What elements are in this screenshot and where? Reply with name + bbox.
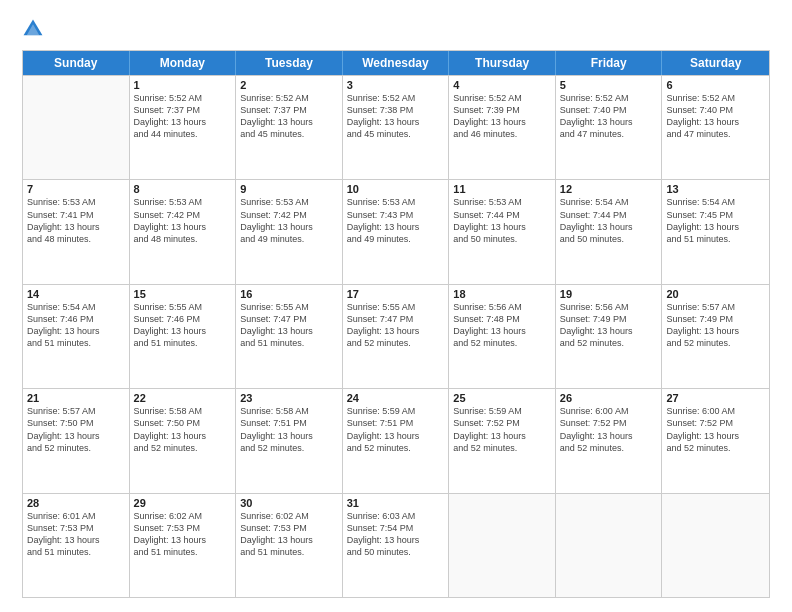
cell-info: Sunrise: 5:53 AM Sunset: 7:42 PM Dayligh… (134, 196, 232, 245)
cell-info: Sunrise: 5:58 AM Sunset: 7:51 PM Dayligh… (240, 405, 338, 454)
calendar-cell (662, 494, 769, 597)
calendar-cell: 9Sunrise: 5:53 AM Sunset: 7:42 PM Daylig… (236, 180, 343, 283)
weekday-header-tuesday: Tuesday (236, 51, 343, 75)
cell-info: Sunrise: 5:57 AM Sunset: 7:50 PM Dayligh… (27, 405, 125, 454)
cell-day-number: 30 (240, 497, 338, 509)
cell-day-number: 3 (347, 79, 445, 91)
calendar-cell: 8Sunrise: 5:53 AM Sunset: 7:42 PM Daylig… (130, 180, 237, 283)
calendar-cell: 13Sunrise: 5:54 AM Sunset: 7:45 PM Dayli… (662, 180, 769, 283)
cell-info: Sunrise: 5:54 AM Sunset: 7:45 PM Dayligh… (666, 196, 765, 245)
calendar-row-4: 21Sunrise: 5:57 AM Sunset: 7:50 PM Dayli… (23, 388, 769, 492)
cell-info: Sunrise: 6:00 AM Sunset: 7:52 PM Dayligh… (560, 405, 658, 454)
calendar-cell: 12Sunrise: 5:54 AM Sunset: 7:44 PM Dayli… (556, 180, 663, 283)
calendar-cell: 21Sunrise: 5:57 AM Sunset: 7:50 PM Dayli… (23, 389, 130, 492)
calendar-row-5: 28Sunrise: 6:01 AM Sunset: 7:53 PM Dayli… (23, 493, 769, 597)
cell-info: Sunrise: 5:55 AM Sunset: 7:46 PM Dayligh… (134, 301, 232, 350)
weekday-header-friday: Friday (556, 51, 663, 75)
cell-info: Sunrise: 5:56 AM Sunset: 7:48 PM Dayligh… (453, 301, 551, 350)
calendar-cell: 10Sunrise: 5:53 AM Sunset: 7:43 PM Dayli… (343, 180, 450, 283)
cell-info: Sunrise: 5:59 AM Sunset: 7:52 PM Dayligh… (453, 405, 551, 454)
cell-day-number: 8 (134, 183, 232, 195)
cell-day-number: 5 (560, 79, 658, 91)
calendar-cell: 11Sunrise: 5:53 AM Sunset: 7:44 PM Dayli… (449, 180, 556, 283)
cell-day-number: 10 (347, 183, 445, 195)
cell-info: Sunrise: 5:52 AM Sunset: 7:37 PM Dayligh… (134, 92, 232, 141)
page: SundayMondayTuesdayWednesdayThursdayFrid… (0, 0, 792, 612)
cell-info: Sunrise: 5:52 AM Sunset: 7:40 PM Dayligh… (666, 92, 765, 141)
cell-day-number: 12 (560, 183, 658, 195)
weekday-header-monday: Monday (130, 51, 237, 75)
cell-day-number: 24 (347, 392, 445, 404)
cell-info: Sunrise: 5:52 AM Sunset: 7:40 PM Dayligh… (560, 92, 658, 141)
cell-info: Sunrise: 6:03 AM Sunset: 7:54 PM Dayligh… (347, 510, 445, 559)
calendar-cell (449, 494, 556, 597)
calendar-cell (556, 494, 663, 597)
cell-info: Sunrise: 5:52 AM Sunset: 7:39 PM Dayligh… (453, 92, 551, 141)
cell-info: Sunrise: 6:02 AM Sunset: 7:53 PM Dayligh… (240, 510, 338, 559)
calendar-cell: 15Sunrise: 5:55 AM Sunset: 7:46 PM Dayli… (130, 285, 237, 388)
calendar-cell: 6Sunrise: 5:52 AM Sunset: 7:40 PM Daylig… (662, 76, 769, 179)
calendar-cell: 7Sunrise: 5:53 AM Sunset: 7:41 PM Daylig… (23, 180, 130, 283)
calendar-cell: 5Sunrise: 5:52 AM Sunset: 7:40 PM Daylig… (556, 76, 663, 179)
cell-info: Sunrise: 5:53 AM Sunset: 7:44 PM Dayligh… (453, 196, 551, 245)
cell-info: Sunrise: 6:01 AM Sunset: 7:53 PM Dayligh… (27, 510, 125, 559)
cell-day-number: 20 (666, 288, 765, 300)
cell-info: Sunrise: 5:55 AM Sunset: 7:47 PM Dayligh… (347, 301, 445, 350)
cell-day-number: 25 (453, 392, 551, 404)
cell-day-number: 19 (560, 288, 658, 300)
calendar-cell: 17Sunrise: 5:55 AM Sunset: 7:47 PM Dayli… (343, 285, 450, 388)
calendar-row-2: 7Sunrise: 5:53 AM Sunset: 7:41 PM Daylig… (23, 179, 769, 283)
calendar-cell: 3Sunrise: 5:52 AM Sunset: 7:38 PM Daylig… (343, 76, 450, 179)
calendar-body: 1Sunrise: 5:52 AM Sunset: 7:37 PM Daylig… (23, 75, 769, 597)
cell-day-number: 9 (240, 183, 338, 195)
calendar-cell: 26Sunrise: 6:00 AM Sunset: 7:52 PM Dayli… (556, 389, 663, 492)
cell-info: Sunrise: 5:54 AM Sunset: 7:46 PM Dayligh… (27, 301, 125, 350)
cell-day-number: 28 (27, 497, 125, 509)
calendar-cell: 14Sunrise: 5:54 AM Sunset: 7:46 PM Dayli… (23, 285, 130, 388)
cell-day-number: 31 (347, 497, 445, 509)
cell-day-number: 17 (347, 288, 445, 300)
cell-info: Sunrise: 5:57 AM Sunset: 7:49 PM Dayligh… (666, 301, 765, 350)
weekday-header-saturday: Saturday (662, 51, 769, 75)
cell-info: Sunrise: 5:58 AM Sunset: 7:50 PM Dayligh… (134, 405, 232, 454)
cell-info: Sunrise: 6:02 AM Sunset: 7:53 PM Dayligh… (134, 510, 232, 559)
cell-info: Sunrise: 5:55 AM Sunset: 7:47 PM Dayligh… (240, 301, 338, 350)
cell-day-number: 23 (240, 392, 338, 404)
cell-day-number: 18 (453, 288, 551, 300)
cell-day-number: 21 (27, 392, 125, 404)
calendar-row-1: 1Sunrise: 5:52 AM Sunset: 7:37 PM Daylig… (23, 75, 769, 179)
logo (22, 18, 48, 40)
cell-info: Sunrise: 5:56 AM Sunset: 7:49 PM Dayligh… (560, 301, 658, 350)
calendar-cell: 25Sunrise: 5:59 AM Sunset: 7:52 PM Dayli… (449, 389, 556, 492)
calendar-cell: 1Sunrise: 5:52 AM Sunset: 7:37 PM Daylig… (130, 76, 237, 179)
cell-info: Sunrise: 6:00 AM Sunset: 7:52 PM Dayligh… (666, 405, 765, 454)
calendar-cell: 23Sunrise: 5:58 AM Sunset: 7:51 PM Dayli… (236, 389, 343, 492)
calendar-cell: 16Sunrise: 5:55 AM Sunset: 7:47 PM Dayli… (236, 285, 343, 388)
weekday-header-sunday: Sunday (23, 51, 130, 75)
calendar-header: SundayMondayTuesdayWednesdayThursdayFrid… (23, 51, 769, 75)
calendar-cell: 24Sunrise: 5:59 AM Sunset: 7:51 PM Dayli… (343, 389, 450, 492)
cell-day-number: 2 (240, 79, 338, 91)
cell-day-number: 6 (666, 79, 765, 91)
cell-day-number: 29 (134, 497, 232, 509)
calendar-cell: 2Sunrise: 5:52 AM Sunset: 7:37 PM Daylig… (236, 76, 343, 179)
logo-icon (22, 18, 44, 40)
calendar-cell: 31Sunrise: 6:03 AM Sunset: 7:54 PM Dayli… (343, 494, 450, 597)
calendar-cell: 19Sunrise: 5:56 AM Sunset: 7:49 PM Dayli… (556, 285, 663, 388)
calendar-cell: 28Sunrise: 6:01 AM Sunset: 7:53 PM Dayli… (23, 494, 130, 597)
cell-info: Sunrise: 5:52 AM Sunset: 7:37 PM Dayligh… (240, 92, 338, 141)
cell-day-number: 1 (134, 79, 232, 91)
cell-day-number: 13 (666, 183, 765, 195)
cell-day-number: 4 (453, 79, 551, 91)
calendar-cell: 29Sunrise: 6:02 AM Sunset: 7:53 PM Dayli… (130, 494, 237, 597)
cell-info: Sunrise: 5:54 AM Sunset: 7:44 PM Dayligh… (560, 196, 658, 245)
cell-day-number: 7 (27, 183, 125, 195)
calendar-cell: 30Sunrise: 6:02 AM Sunset: 7:53 PM Dayli… (236, 494, 343, 597)
cell-day-number: 26 (560, 392, 658, 404)
cell-day-number: 14 (27, 288, 125, 300)
cell-info: Sunrise: 5:59 AM Sunset: 7:51 PM Dayligh… (347, 405, 445, 454)
calendar-cell: 4Sunrise: 5:52 AM Sunset: 7:39 PM Daylig… (449, 76, 556, 179)
calendar-cell: 27Sunrise: 6:00 AM Sunset: 7:52 PM Dayli… (662, 389, 769, 492)
cell-day-number: 11 (453, 183, 551, 195)
calendar-cell (23, 76, 130, 179)
